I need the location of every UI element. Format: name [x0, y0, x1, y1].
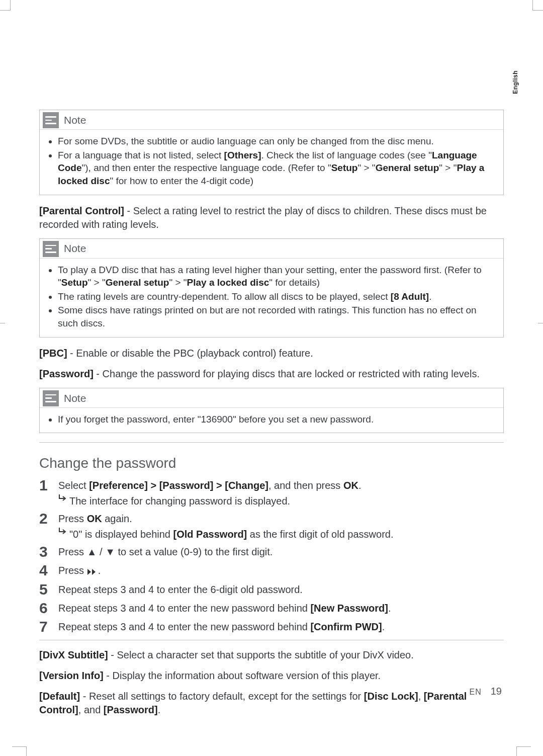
step-result: "0" is displayed behind [Old Password] a… [58, 528, 504, 541]
note-body-2: To play a DVD disc that has a rating lev… [40, 258, 503, 337]
text: - Reset all settings to factory default,… [80, 691, 364, 702]
footer-lang: EN [470, 687, 482, 698]
text: "0" is displayed behind [Old Password] a… [69, 528, 394, 541]
note1-bullet1: For some DVDs, the subtitle or audio lan… [58, 135, 496, 148]
text: " > " [169, 277, 187, 288]
crop-mark-mid-left [0, 323, 5, 326]
note-head-3: Note [40, 388, 503, 407]
setting-default: [Default] - Reset all settings to factor… [39, 690, 504, 717]
text: . [429, 291, 431, 302]
note2-bullet3: Some discs have ratings printed on but a… [58, 304, 496, 329]
text: , and [78, 704, 104, 715]
ref-disc-lock: [Disc Lock] [364, 691, 418, 702]
ref-setup: Setup [331, 162, 358, 173]
label-version-info: [Version Info] [39, 670, 104, 681]
step-body: Press ▲ / ▼ to set a value (0-9) to the … [58, 543, 504, 559]
setting-password: [Password] - Change the password for pla… [39, 367, 504, 381]
step-number: 5 [39, 581, 58, 598]
note-body-1: For some DVDs, the subtitle or audio lan… [40, 129, 503, 195]
divider [39, 640, 504, 640]
label-divx-subtitle: [DivX Subtitle] [39, 649, 108, 660]
text: " > " [88, 277, 106, 288]
ref-general-setup: General setup [376, 162, 439, 173]
step-number: 3 [39, 543, 58, 560]
note-icon [43, 390, 59, 406]
result-arrow-icon [58, 528, 69, 535]
note-title-3: Note [64, 391, 86, 405]
label-default: [Default] [39, 691, 80, 702]
heading-change-password: Change the password [39, 454, 504, 473]
option-8-adult: [8 Adult] [391, 291, 429, 302]
step-body: Press . [58, 562, 504, 579]
text: . [382, 621, 385, 632]
text: . [158, 704, 161, 715]
text: . Check the list of language codes (see … [261, 150, 432, 160]
setting-pbc: [PBC] - Enable or disable the PBC (playb… [39, 347, 504, 360]
text: " > " [439, 162, 457, 173]
text: , and then press [268, 480, 343, 491]
text: - Select a character set that supports t… [108, 649, 414, 660]
label-pbc: [PBC] [39, 348, 67, 359]
text: Press [58, 513, 87, 524]
note-head-1: Note [40, 110, 503, 129]
note1-bullet2: For a language that is not listed, selec… [58, 149, 496, 188]
note-icon [43, 112, 59, 128]
change-password-steps: 1 Select [Preference] > [Password] > [Ch… [39, 477, 504, 635]
label-new-password: [New Password] [310, 603, 388, 614]
language-tab: English [511, 70, 519, 94]
step-number: 4 [39, 562, 58, 578]
ref-play-locked-disc: Play a locked disc [187, 277, 269, 288]
text: . [388, 603, 391, 614]
step-number: 2 [39, 510, 58, 527]
note-body-3: If you forget the password, enter "13690… [40, 407, 503, 433]
step-body: Repeat steps 3 and 4 to enter the 6-digi… [58, 581, 504, 597]
setting-parental-control: [Parental Control] - Select a rating lev… [39, 204, 504, 231]
text: Select [58, 480, 89, 491]
step-2: 2 Press OK again. "0" is displayed behin… [39, 510, 504, 541]
text: . [358, 480, 361, 491]
text: - Enable or disable the PBC (playback co… [67, 348, 313, 359]
step-body: Press OK again. "0" is displayed behind … [58, 510, 504, 541]
ref-setup: Setup [61, 277, 88, 288]
crop-mark-bottom-left [12, 746, 27, 756]
crop-mark-bottom-right [516, 746, 531, 756]
step-7: 7 Repeat steps 3 and 4 to enter the new … [39, 618, 504, 635]
button-ok: OK [87, 513, 102, 524]
text: The interface for changing password is d… [69, 494, 290, 508]
page-footer: EN 19 [470, 685, 502, 698]
step-5: 5 Repeat steps 3 and 4 to enter the 6-di… [39, 581, 504, 598]
step-body: Repeat steps 3 and 4 to enter the new pa… [58, 618, 504, 634]
label-old-password: [Old Password] [173, 529, 247, 540]
note-box-2: Note To play a DVD disc that has a ratin… [39, 238, 504, 338]
step-number: 7 [39, 618, 58, 635]
note3-bullet1: If you forget the password, enter "13690… [58, 413, 496, 426]
text: , [418, 691, 424, 702]
text: " for how to enter the 4-digit code) [110, 176, 254, 186]
divider [39, 442, 504, 443]
step-result: The interface for changing password is d… [58, 494, 504, 508]
label-password: [Password] [39, 368, 94, 379]
text: - Display the information about software… [104, 670, 381, 681]
text: Press ▲ / ▼ to set a value (0-9) to the … [58, 546, 273, 557]
step-6: 6 Repeat steps 3 and 4 to enter the new … [39, 600, 504, 616]
result-arrow-icon [58, 494, 69, 501]
page-content: Note For some DVDs, the subtitle or audi… [39, 106, 504, 724]
text: Repeat steps 3 and 4 to enter the new pa… [58, 621, 310, 632]
text: as the first digit of old password. [247, 529, 393, 540]
text: For a language that is not listed, selec… [58, 150, 224, 160]
footer-page-number: 19 [491, 685, 502, 698]
note-box-1: Note For some DVDs, the subtitle or audi… [39, 110, 504, 195]
text: The rating levels are country-dependent.… [58, 291, 391, 302]
note-icon [43, 241, 59, 257]
text: - Change the password for playing discs … [94, 368, 480, 379]
text: again. [102, 513, 132, 524]
step-number: 6 [39, 600, 58, 616]
ref-general-setup: General setup [106, 277, 169, 288]
note-box-3: Note If you forget the password, enter "… [39, 388, 504, 434]
text: "0" is displayed behind [69, 529, 173, 540]
note-head-2: Note [40, 239, 503, 258]
step-3: 3 Press ▲ / ▼ to set a value (0-9) to th… [39, 543, 504, 560]
ref-password: [Password] [104, 704, 158, 715]
note-title-2: Note [64, 241, 86, 256]
step-number: 1 [39, 477, 58, 493]
